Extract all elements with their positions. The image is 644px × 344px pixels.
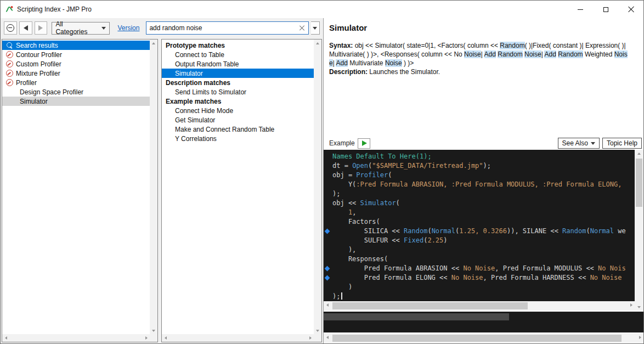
- scroll-up-icon[interactable]: [150, 40, 157, 47]
- scroll-track[interactable]: [10, 334, 142, 342]
- scroll-thumb[interactable]: [332, 335, 622, 342]
- search-history-dropdown[interactable]: [311, 21, 320, 35]
- category-vscrollbar[interactable]: [150, 40, 157, 334]
- scroll-track[interactable]: [314, 47, 321, 326]
- search-box: [146, 21, 308, 35]
- code-gutter: [324, 152, 332, 161]
- category-item-custom-profiler[interactable]: Custom Profiler: [2, 59, 150, 69]
- back-button[interactable]: [19, 21, 32, 35]
- scroll-track[interactable]: [150, 47, 157, 326]
- code-line-text: Y(:Pred Formula ABRASION, :Pred Formula …: [332, 180, 622, 189]
- code-editor[interactable]: Names Default To Here(1);dt = Open("$SAM…: [324, 150, 635, 301]
- code-line-text: ): [332, 283, 352, 292]
- scroll-right-icon[interactable]: [142, 334, 150, 342]
- see-also-button[interactable]: See Also: [558, 138, 600, 149]
- category-item-contour-profiler[interactable]: Contour Profiler: [2, 50, 150, 59]
- dark-scrollbar-thumb[interactable]: [324, 313, 509, 320]
- category-item-label: Profiler: [16, 79, 37, 87]
- version-link[interactable]: Version: [117, 24, 139, 32]
- forward-button[interactable]: [35, 21, 48, 35]
- results-list: Prototype matchesConnect to TableOutput …: [162, 40, 314, 334]
- syntax-segment: ( )|Fixed( constant )| Expression( )|: [525, 42, 626, 49]
- code-line: Names Default To Here(1);: [324, 152, 635, 161]
- scrollbar-corner: [314, 334, 321, 342]
- description-line: Description: Launches the Simulator.: [329, 67, 639, 76]
- line-marker-diamond-icon: [324, 273, 332, 283]
- code-vscrollbar[interactable]: [635, 150, 643, 311]
- code-gutter: [324, 283, 332, 292]
- search-match-highlight: Random: [500, 42, 524, 49]
- results-group-header: Description matches: [162, 78, 314, 87]
- result-item-get-simulator[interactable]: Get Simulator: [162, 115, 314, 125]
- search-match-highlight: Add: [484, 50, 496, 58]
- scroll-left-icon[interactable]: [2, 334, 10, 342]
- scroll-track[interactable]: [331, 301, 627, 311]
- code-line: SULFUR << Fixed(2.25): [324, 236, 635, 245]
- category-item-label: Search results: [16, 42, 58, 49]
- results-group-header: Example matches: [162, 97, 314, 106]
- code-line-text: Pred Formula ELONG << No Noise, Pred For…: [332, 273, 622, 283]
- line-marker-diamond-icon: [324, 227, 332, 236]
- scroll-down-icon[interactable]: [150, 326, 157, 334]
- maximize-button[interactable]: [593, 1, 618, 18]
- detail-hscrollbar[interactable]: [324, 334, 643, 343]
- scroll-up-icon[interactable]: [314, 40, 321, 47]
- scroll-right-icon[interactable]: [636, 334, 643, 341]
- category-dropdown[interactable]: All Categories: [52, 22, 110, 35]
- scroll-track[interactable]: [331, 334, 636, 343]
- result-item-y-correlations[interactable]: Y Correlations: [162, 134, 314, 143]
- category-dropdown-value: All Categories: [55, 20, 96, 36]
- scroll-down-icon[interactable]: [635, 303, 643, 311]
- results-hscrollbar[interactable]: [162, 334, 314, 342]
- scroll-thumb[interactable]: [636, 159, 642, 207]
- category-item-simulator[interactable]: Simulator: [2, 97, 150, 106]
- scroll-right-icon[interactable]: [627, 301, 635, 309]
- scroll-track[interactable]: [170, 334, 306, 342]
- code-line-text: obj = Profiler(: [332, 171, 392, 180]
- syntax-segment: Syntax:: [329, 42, 353, 49]
- scroll-left-icon[interactable]: [324, 334, 331, 341]
- code-gutter: [324, 171, 332, 180]
- search-match-highlight: Noise: [385, 59, 402, 67]
- topic-help-button[interactable]: Topic Help: [602, 138, 642, 149]
- result-item-output-random-table[interactable]: Output Random Table: [162, 59, 314, 69]
- code-gutter: [324, 236, 332, 245]
- code-gutter: [324, 292, 332, 301]
- scrollbar-corner: [150, 334, 157, 342]
- category-item-design-space-profiler[interactable]: Design Space Profiler: [2, 87, 150, 97]
- minimize-button[interactable]: [568, 1, 593, 18]
- left-column: All Categories Version Search resultsCon…: [1, 18, 323, 343]
- category-item-search-results[interactable]: Search results: [2, 41, 150, 50]
- clear-search-icon[interactable]: [300, 25, 305, 31]
- close-button[interactable]: [618, 1, 643, 18]
- scroll-left-icon[interactable]: [324, 301, 331, 309]
- scroll-right-icon[interactable]: [306, 334, 314, 342]
- code-line-text: SILICA << Random(Normal(1.25, 0.3266)), …: [332, 227, 626, 236]
- syntax-segment: Weighted: [583, 50, 614, 58]
- see-also-label: See Also: [562, 139, 588, 147]
- category-hscrollbar[interactable]: [2, 334, 150, 342]
- search-match-highlight: Noise: [524, 50, 541, 58]
- result-item-make-and-connect-random-table[interactable]: Make and Connect Random Table: [162, 125, 314, 134]
- result-item-connect-to-table[interactable]: Connect to Table: [162, 50, 314, 59]
- code-hscrollbar[interactable]: [324, 301, 635, 311]
- code-line: obj = Profiler(: [324, 171, 635, 180]
- result-item-simulator[interactable]: Simulator: [162, 69, 314, 78]
- code-line-text: dt = Open("$SAMPLE_DATA/Tiretread.jmp");: [332, 161, 491, 171]
- code-line-text: );: [332, 292, 342, 301]
- results-vscrollbar[interactable]: [314, 40, 321, 334]
- scroll-thumb[interactable]: [332, 302, 528, 309]
- category-item-mixture-profiler[interactable]: Mixture Profiler: [2, 69, 150, 78]
- result-item-connect-hide-mode[interactable]: Connect Hide Mode: [162, 106, 314, 115]
- scroll-down-icon[interactable]: [314, 326, 321, 334]
- result-item-send-limits-to-simulator[interactable]: Send Limits to Simulator: [162, 87, 314, 97]
- scroll-track[interactable]: [635, 157, 643, 303]
- scroll-up-icon[interactable]: [635, 150, 643, 157]
- category-item-profiler[interactable]: Profiler: [2, 78, 150, 87]
- profiler-icon: [6, 70, 13, 77]
- run-example-button[interactable]: [358, 138, 370, 149]
- scroll-left-icon[interactable]: [162, 334, 170, 342]
- collapse-all-button[interactable]: [4, 21, 17, 35]
- example-label: Example: [329, 139, 355, 147]
- search-input[interactable]: [146, 24, 299, 32]
